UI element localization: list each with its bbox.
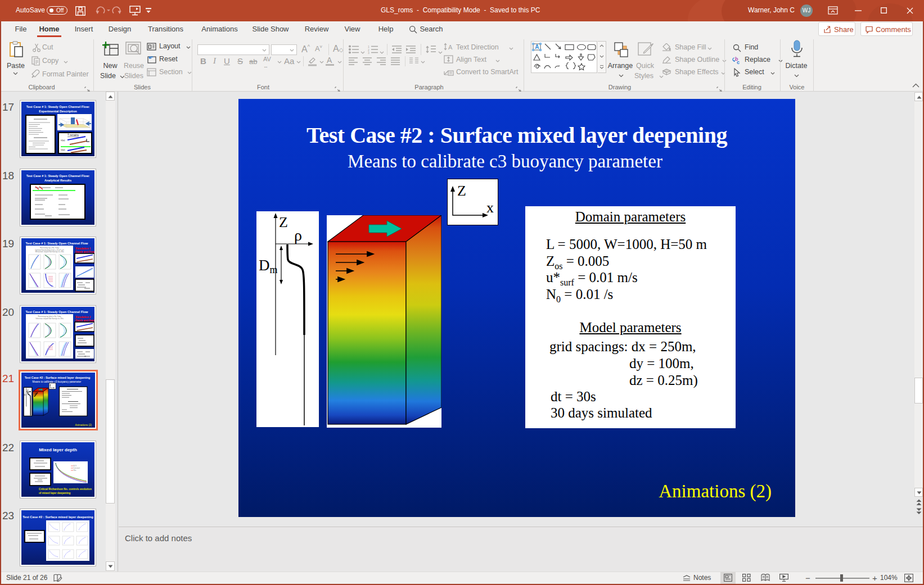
svg-text:Wtrnasham slarped tlab thansly: Wtrnasham slarped tlab thanslys d = Wra: [35, 251, 64, 253]
svg-text:3: 3: [368, 51, 369, 54]
svg-text:A: A: [535, 44, 539, 50]
svg-text:c: c: [737, 60, 740, 65]
svg-text:U(z): U(z): [61, 148, 65, 151]
svg-text:Mixed layer depth: Mixed layer depth: [39, 447, 77, 452]
svg-text:Test Case # 1: Steady Open Cha: Test Case # 1: Steady Open Channel Flow:: [26, 105, 90, 108]
svg-text:Test Case #2 : Surface mixed l: Test Case #2 : Surface mixed layer deepe…: [25, 376, 91, 379]
svg-text:of mixed layer deepening: of mixed layer deepening: [39, 492, 70, 495]
svg-text:A: A: [448, 44, 453, 51]
svg-text:Analytical Results: Analytical Results: [44, 179, 71, 182]
svg-text:Depth and Flow: Depth and Flow: [75, 251, 94, 253]
svg-text:Animations (2): Animations (2): [75, 424, 92, 427]
svg-text:Dm: Dm: [259, 257, 278, 275]
svg-text:Z: Z: [279, 214, 288, 230]
svg-text:Z: Z: [457, 183, 466, 199]
svg-text:Means to calibrate c3 buoyancy: Means to calibrate c3 buoyancy parameter: [33, 380, 82, 383]
svg-text:Velocituas slarped tlab thansl: Velocituas slarped tlab thanslys d = Wra: [35, 318, 64, 320]
svg-text:Test Case # 1: Steady Open Cha: Test Case # 1: Steady Open Channel Flow:: [26, 174, 90, 178]
svg-text:T remains: T remains: [67, 134, 79, 137]
svg-text:Obs: Obs: [73, 469, 76, 471]
svg-text:x: x: [486, 199, 494, 216]
svg-text:U(z): U(z): [61, 139, 65, 142]
svg-text:Test Case # 1: Steady Open Cha: Test Case # 1: Steady Open Channel Flow: [26, 242, 89, 245]
svg-text:Simulation 1: Simulation 1: [75, 247, 91, 250]
svg-text:Experimental Description: Experimental Description: [39, 110, 77, 113]
svg-text:D: D: [24, 393, 26, 396]
svg-text:Z: Z: [27, 389, 29, 392]
svg-text:ρ: ρ: [294, 226, 302, 244]
svg-text:Simulation 2: Simulation 2: [75, 316, 91, 319]
svg-text:Critical Richardson No. contro: Critical Richardson No. controls evoluti…: [39, 488, 92, 491]
svg-text:Test Case # 1: Steady Open Cha: Test Case # 1: Steady Open Channel Flow: [26, 310, 89, 314]
svg-text:Depth and Depth: Depth and Depth: [75, 319, 94, 322]
svg-text:Test Case #2 : Surface mixed l: Test Case #2 : Surface mixed layer deepe…: [22, 515, 93, 519]
